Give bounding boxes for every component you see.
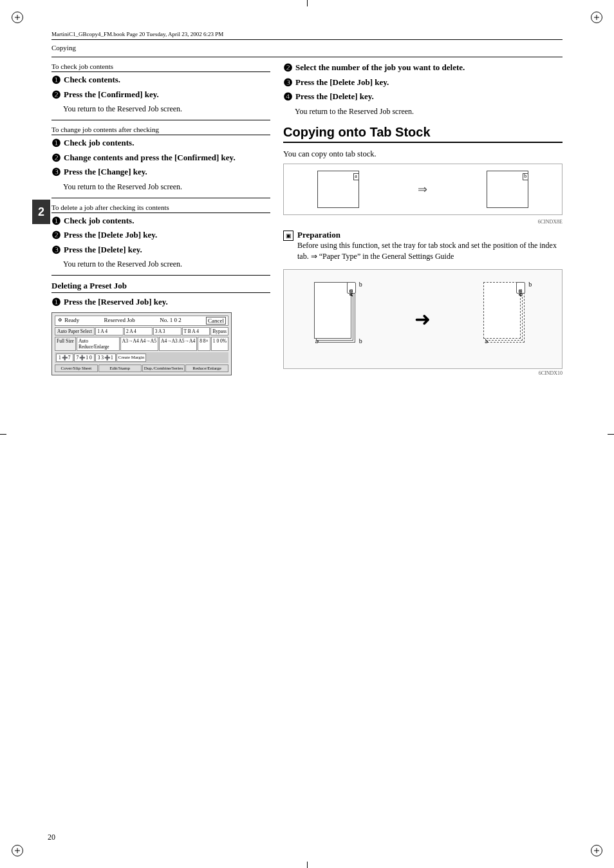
s1-step1-row: ❶ Check contents.	[51, 75, 270, 86]
stack-front: AB	[314, 282, 351, 339]
copying-tab-stock-heading: Copying onto Tab Stock	[283, 125, 563, 143]
corner-mark-tl	[12, 12, 23, 23]
ab-label-left: AB	[348, 289, 354, 297]
label-a-bottom: a	[315, 337, 318, 344]
diagram-label: 6CINDX10	[283, 370, 563, 376]
screen-edit-stamp: Edit/Stamp	[98, 364, 142, 372]
s1-step1-num: ❶	[51, 75, 62, 86]
tick-top	[307, 0, 308, 6]
screen-reserved-job: Reserved Job	[104, 317, 135, 325]
screen-reduce-enlarge: Reduce/Enlarge	[185, 364, 228, 372]
s1-step2-body: You return to the Reserved Job screen.	[51, 104, 270, 115]
r-step3-num: ❸	[283, 77, 293, 89]
screen-r3c2: 7 ➕ 1 0	[74, 354, 95, 362]
screen-auto-reduce: Auto Reduce/Enlarge	[77, 337, 120, 351]
s1-step1-text: Check contents.	[64, 75, 120, 85]
s2-step3-row: ❸ Press the [Change] key.	[51, 167, 270, 178]
screen-mockup: ⭘ Ready Reserved Job No. 1 0 2 Cancel Au…	[51, 312, 232, 375]
corner-mark-bl	[12, 845, 23, 856]
label-b-bottom: b	[359, 337, 362, 344]
top-divider	[51, 57, 563, 57]
main-content: Copying To check job contents ❶ Check co…	[51, 44, 563, 816]
divider-s3-s4	[51, 275, 270, 276]
s3-step3-text: Press the [Delete] key.	[64, 245, 142, 255]
paper-right: b	[487, 171, 528, 208]
divider-s2-s3	[51, 198, 270, 198]
right-label-a: a	[485, 337, 487, 344]
s3-step2-num: ❷	[51, 230, 62, 241]
corner-mark-tr	[591, 12, 602, 23]
screen-a4-1: 1 A 4	[95, 327, 124, 335]
screen-bypass: Bypass	[210, 327, 228, 335]
tick-right	[608, 434, 614, 435]
label-b-top: b	[359, 281, 362, 288]
screen-dup-combine: Dup./Combine/Series	[142, 364, 185, 372]
r-step3-text: Press the [Delete Job] key.	[295, 77, 389, 88]
r-step4-text: Press the [Delete] key.	[295, 91, 374, 102]
screen-r3c3: 3 3 ➕ 1	[95, 354, 116, 362]
section3-header: To delete a job after checking its conte…	[51, 203, 270, 213]
s3-step3-body: You return to the Reserved Job screen.	[51, 259, 270, 270]
bottom-diagram: AB b a b ➜ AB	[283, 269, 563, 369]
ab-label-right: AB	[517, 289, 523, 297]
s2-step1-num: ❶	[51, 138, 62, 149]
s4-step1-text: Press the [Reserved Job] key.	[64, 297, 168, 307]
section1-header: To check job contents	[51, 62, 270, 72]
s1-step2-text: Press the [Confirmed] key.	[64, 90, 159, 100]
right-column: ❷ Select the number of the job you want …	[283, 62, 563, 376]
section-label: Copying	[51, 44, 563, 52]
tick-bottom	[307, 862, 308, 868]
divider-s1-s2	[51, 120, 270, 120]
tab-illus-label: 6CINDX8E	[283, 219, 563, 225]
s2-step2-text: Change contents and press the [Confirmed…	[64, 153, 236, 163]
right-label-b-top: b	[528, 281, 532, 288]
s3-step2-text: Press the [Delete Job] key.	[64, 230, 157, 240]
s2-step3-body: You return to the Reserved Job screen.	[51, 182, 270, 193]
prep-label: Preparation	[297, 230, 563, 240]
r-step4-num: ❹	[283, 91, 293, 103]
page-header: MartiniC1_GBcopy4_FM.book Page 20 Tuesda…	[51, 31, 563, 40]
right-stack-front: AB	[483, 282, 521, 339]
s3-step3-row: ❸ Press the [Delete] key.	[51, 245, 270, 256]
screen-no: No. 1 0 2	[160, 317, 181, 325]
big-arrow-icon: ➜	[414, 308, 431, 330]
chapter-tab: 2	[32, 200, 50, 224]
screen-a3-a4: A3→A4 A4→A5	[120, 337, 158, 351]
s2-step3-num: ❸	[51, 167, 62, 178]
r-step2-num: ❷	[283, 62, 293, 74]
section4-header: Deleting a Preset Job	[51, 281, 270, 293]
corner-mark-br	[591, 845, 602, 856]
screen-create-margin: Create Margin	[116, 354, 147, 362]
left-column: To check job contents ❶ Check contents. …	[51, 62, 270, 376]
screen-full-size: Full Size	[55, 337, 76, 351]
s3-step1-num: ❶	[51, 216, 62, 227]
chapter-number: 2	[38, 205, 44, 219]
prep-body: Before using this function, set the tray…	[297, 240, 563, 262]
s1-step2-row: ❷ Press the [Confirmed] key.	[51, 90, 270, 101]
tab-small-illustration: a ⇒ b	[283, 164, 563, 215]
r-step2-text: Select the number of the job you want to…	[295, 62, 465, 73]
s3-step1-row: ❶ Check job contents.	[51, 216, 270, 227]
two-column-layout: To check job contents ❶ Check contents. …	[51, 62, 563, 376]
tab-arrow-icon: ⇒	[418, 182, 427, 196]
screen-a3: 3 A 3	[153, 327, 181, 335]
s2-step2-num: ❷	[51, 153, 62, 164]
intro-text: You can copy onto tab stock.	[283, 148, 563, 160]
section2-header: To change job contents after checking	[51, 126, 270, 135]
paper-left: a	[317, 171, 359, 208]
screen-88x: 8 8×	[198, 337, 210, 351]
s2-step2-row: ❷ Change contents and press the [Confirm…	[51, 153, 270, 164]
s2-step3-text: Press the [Change] key.	[64, 167, 147, 177]
s2-step1-row: ❶ Check job contents.	[51, 138, 270, 149]
page-number: 20	[48, 833, 55, 842]
r-step4-body: You return to the Reserved Job screen.	[283, 106, 563, 117]
screen-a4-2: 2 A 4	[124, 327, 153, 335]
screen-auto-paper: Auto Paper Select	[55, 327, 95, 335]
prep-content: Preparation Before using this function, …	[297, 230, 563, 266]
s3-step1-text: Check job contents.	[64, 216, 134, 226]
s2-step1-text: Check job contents.	[64, 138, 134, 148]
right-paper-stack: AB b a	[483, 282, 532, 356]
s1-step2-num: ❷	[51, 90, 62, 101]
screen-cover-slip: Cover/Slip Sheet	[55, 364, 98, 372]
r-step4-row: ❹ Press the [Delete] key.	[283, 91, 563, 103]
